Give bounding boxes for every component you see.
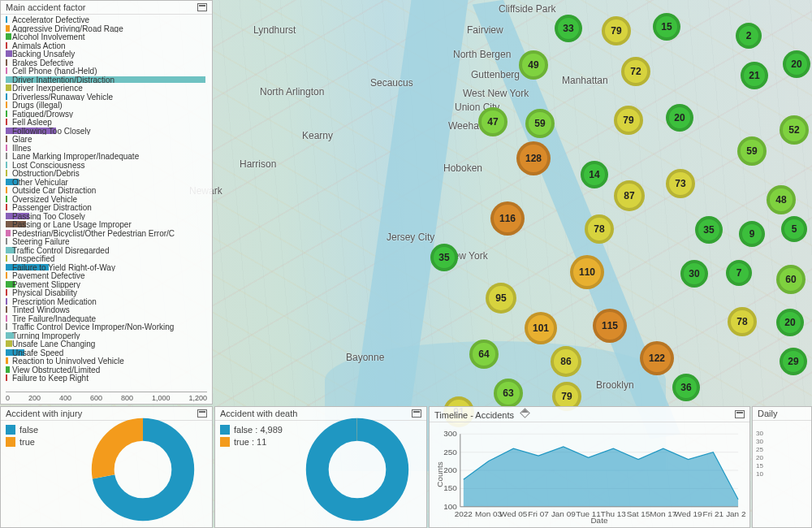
injury-donut-chart[interactable] [90, 417, 196, 522]
factor-row[interactable]: Drugs (illegal) [6, 101, 207, 110]
map-cluster-marker[interactable]: 49 [519, 50, 548, 80]
collapse-icon[interactable] [197, 3, 207, 11]
map-cluster-marker[interactable]: 110 [570, 255, 604, 289]
map-cluster-marker[interactable]: 35 [695, 216, 723, 244]
map-cluster-marker[interactable]: 33 [555, 15, 582, 42]
factor-row[interactable]: Turning Improperly [6, 331, 207, 340]
map-cluster-marker[interactable]: 116 [490, 201, 525, 236]
factor-row[interactable]: Unspecified [6, 254, 207, 263]
map-cluster-marker[interactable]: 95 [486, 283, 516, 314]
factor-row[interactable]: Pedestrian/Bicyclist/Other Pedestrian Er… [6, 229, 207, 238]
map-cluster-marker[interactable]: 87 [614, 180, 645, 211]
legend-swatch-false [6, 425, 15, 435]
factor-row[interactable]: Fatigued/Drowsy [6, 110, 207, 119]
map-cluster-marker[interactable]: 35 [430, 244, 458, 271]
factor-row[interactable]: Passenger Distraction [6, 203, 207, 212]
collapse-icon[interactable] [412, 409, 421, 418]
map-cluster-marker[interactable]: 59 [525, 109, 555, 138]
map-cluster-marker[interactable]: 5 [781, 216, 807, 242]
axis-tick: 1,200 [188, 394, 207, 402]
factor-row[interactable]: Tire Failure/Inadequate [6, 314, 207, 323]
factor-row[interactable]: Animals Action [6, 41, 207, 50]
map-cluster-marker[interactable]: 15 [653, 13, 680, 41]
map-cluster-marker[interactable]: 115 [593, 309, 627, 343]
map-cluster-marker[interactable]: 78 [728, 307, 757, 336]
map-cluster-marker[interactable]: 7 [726, 260, 752, 286]
map-cluster-marker[interactable]: 64 [469, 340, 499, 369]
map-cluster-marker[interactable]: 29 [780, 348, 807, 375]
factor-row[interactable]: Prescription Medication [6, 297, 207, 306]
factor-row[interactable]: Failure to Keep Right [6, 374, 207, 383]
map-cluster-marker[interactable]: 101 [525, 312, 557, 344]
map-cluster-marker[interactable]: 79 [614, 106, 643, 135]
factor-row[interactable]: Other Vehicular [6, 178, 207, 187]
factor-row[interactable]: Unsafe Speed [6, 348, 207, 357]
map-cluster-marker[interactable]: 21 [741, 62, 768, 89]
collapse-icon[interactable] [735, 410, 745, 418]
edit-icon[interactable] [520, 409, 529, 418]
map-cluster-marker[interactable]: 9 [739, 221, 765, 247]
collapse-icon[interactable] [197, 409, 207, 418]
death-legend: false : 4,989 true : 11 [220, 425, 283, 449]
map-cluster-marker[interactable]: 14 [581, 161, 608, 188]
map-place-label: West New York [463, 88, 529, 99]
factor-row[interactable]: Steering Failure [6, 237, 207, 246]
factor-row[interactable]: Outside Car Distraction [6, 186, 207, 195]
factor-row[interactable]: Passing or Lane Usage Improper [6, 220, 207, 229]
timeline-area-chart[interactable]: 1001502002503002022Mon 03Wed 05Fri 07Jan… [433, 425, 746, 524]
death-donut-chart[interactable] [304, 417, 410, 522]
factor-row[interactable]: Pavement Slippery [6, 280, 207, 289]
map-cluster-marker[interactable]: 73 [666, 169, 695, 198]
map-cluster-marker[interactable]: 52 [780, 115, 809, 145]
map-cluster-marker[interactable]: 20 [783, 50, 810, 78]
svg-text:200: 200 [443, 465, 457, 474]
factor-row[interactable]: Cell Phone (hand-Held) [6, 67, 207, 76]
factor-row[interactable]: Alcohol Involvement [6, 32, 207, 41]
factor-row[interactable]: Failure to Yield Right-of-Way [6, 263, 207, 272]
factor-row[interactable]: Fell Asleep [6, 118, 207, 127]
factor-row[interactable]: Driver Inattention/Distraction [6, 76, 207, 84]
map-cluster-marker[interactable]: 86 [551, 346, 581, 377]
factor-row[interactable]: Illnes [6, 144, 207, 153]
factor-row[interactable]: Glare [6, 135, 207, 144]
factor-row[interactable]: Following Too Closely [6, 127, 207, 136]
map-cluster-marker[interactable]: 48 [767, 185, 796, 214]
map-cluster-marker[interactable]: 63 [494, 379, 523, 408]
factor-row[interactable]: Lane Marking Improper/Inadequate [6, 152, 207, 161]
map-cluster-marker[interactable]: 20 [776, 309, 804, 336]
map-cluster-marker[interactable]: 78 [585, 214, 614, 244]
factor-row[interactable]: Backing Unsafely [6, 50, 207, 58]
map-cluster-marker[interactable]: 79 [602, 16, 631, 45]
factor-row[interactable]: Aggressive Driving/Road Rage [6, 24, 207, 33]
factor-row[interactable]: Driverless/Runaway Vehicle [6, 93, 207, 102]
map-cluster-marker[interactable]: 128 [516, 141, 551, 175]
map-cluster-marker[interactable]: 36 [672, 374, 700, 401]
factor-row[interactable]: Physical Disability [6, 288, 207, 297]
factor-row[interactable]: Accelerator Defective [6, 15, 207, 24]
factor-row[interactable]: Traffic Control Device Improper/Non-Work… [6, 322, 207, 331]
factor-row[interactable]: View Obstructed/Limited [6, 366, 207, 374]
map-cluster-marker[interactable]: 60 [776, 265, 806, 294]
factor-label: Passing or Lane Usage Improper [6, 220, 132, 229]
map-cluster-marker[interactable]: 30 [680, 260, 708, 288]
map-cluster-marker[interactable]: 47 [478, 107, 508, 136]
map-cluster-marker[interactable]: 2 [736, 23, 762, 49]
factor-row[interactable]: Passing Too Closely [6, 212, 207, 221]
map-cluster-marker[interactable]: 59 [737, 136, 767, 166]
factor-label: Glare [6, 135, 32, 144]
map-cluster-marker[interactable]: 20 [666, 104, 693, 132]
factor-row[interactable]: Reaction to Uninvolved Vehicle [6, 357, 207, 366]
map-cluster-marker[interactable]: 122 [640, 341, 674, 375]
factor-row[interactable]: Driver Inexperience [6, 84, 207, 93]
factor-row[interactable]: Lost Consciousness [6, 161, 207, 170]
map-cluster-marker[interactable]: 72 [621, 57, 650, 86]
factor-row[interactable]: Tinted Windows [6, 305, 207, 314]
injury-legend: false true [6, 425, 38, 449]
factor-row[interactable]: Pavement Defective [6, 271, 207, 280]
factor-row[interactable]: Unsafe Lane Changing [6, 340, 207, 348]
factor-row[interactable]: Traffic Control Disregarded [6, 246, 207, 255]
axis-tick: 200 [28, 394, 41, 402]
factor-row[interactable]: Obstruction/Debris [6, 169, 207, 178]
factor-row[interactable]: Brakes Defective [6, 58, 207, 67]
factor-row[interactable]: Oversized Vehicle [6, 195, 207, 204]
